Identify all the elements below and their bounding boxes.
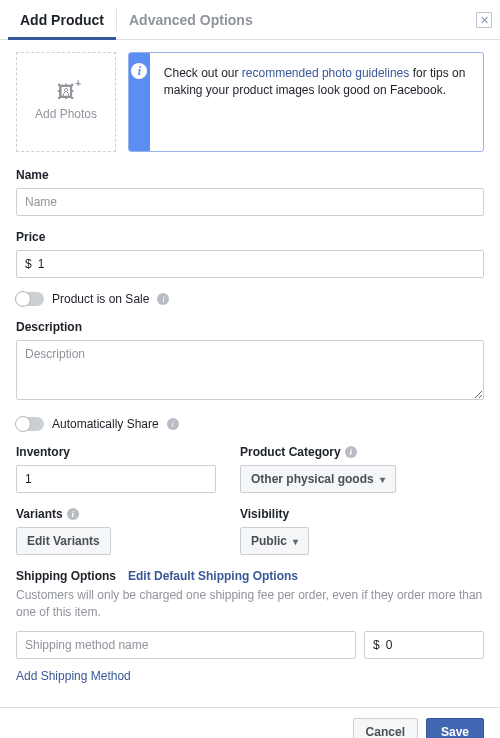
close-icon[interactable]: ✕ — [476, 12, 492, 28]
photo-guidelines-link[interactable]: recommended photo guidelines — [242, 66, 409, 80]
name-input[interactable] — [16, 188, 484, 216]
shipping-amount-wrap[interactable]: $ — [364, 631, 484, 659]
info-banner-flag: i — [129, 53, 150, 151]
auto-share-toggle[interactable] — [16, 417, 44, 431]
cancel-button[interactable]: Cancel — [353, 718, 418, 738]
label-visibility: Visibility — [240, 507, 484, 521]
inventory-input[interactable] — [16, 465, 216, 493]
add-photos-label: Add Photos — [35, 107, 97, 121]
shipping-note: Customers will only be charged one shipp… — [16, 587, 484, 621]
save-button[interactable]: Save — [426, 718, 484, 738]
label-on-sale: Product is on Sale — [52, 292, 149, 306]
description-input[interactable] — [16, 340, 484, 400]
shipping-method-input[interactable] — [16, 631, 356, 659]
label-shipping: Shipping Options — [16, 569, 116, 583]
visibility-dropdown[interactable]: Public ▾ — [240, 527, 309, 555]
category-dropdown[interactable]: Other physical goods ▾ — [240, 465, 396, 493]
image-icon: 🖼+ — [57, 83, 75, 101]
shipping-currency: $ — [365, 638, 386, 652]
info-icon: i — [131, 63, 147, 79]
label-name: Name — [16, 168, 484, 182]
label-auto-share: Automatically Share — [52, 417, 159, 431]
chevron-down-icon: ▾ — [293, 536, 298, 547]
info-icon[interactable]: i — [345, 446, 357, 458]
info-icon[interactable]: i — [157, 293, 169, 305]
info-banner-text: Check out our recommended photo guidelin… — [150, 53, 483, 151]
price-currency: $ — [17, 257, 38, 271]
label-description: Description — [16, 320, 484, 334]
edit-default-shipping-link[interactable]: Edit Default Shipping Options — [128, 569, 298, 583]
label-inventory: Inventory — [16, 445, 216, 459]
chevron-down-icon: ▾ — [380, 474, 385, 485]
edit-variants-label: Edit Variants — [27, 534, 100, 548]
label-price: Price — [16, 230, 484, 244]
visibility-value: Public — [251, 534, 287, 548]
edit-variants-button[interactable]: Edit Variants — [16, 527, 111, 555]
tab-advanced-options[interactable]: Advanced Options — [117, 0, 265, 39]
price-input-wrap[interactable]: $ — [16, 250, 484, 278]
info-banner: i Check out our recommended photo guidel… — [128, 52, 484, 152]
add-photos-button[interactable]: 🖼+ Add Photos — [16, 52, 116, 152]
info-icon[interactable]: i — [167, 418, 179, 430]
label-variants: Variants — [16, 507, 63, 521]
tab-add-product[interactable]: Add Product — [8, 0, 116, 39]
info-text-prefix: Check out our — [164, 66, 242, 80]
on-sale-toggle[interactable] — [16, 292, 44, 306]
add-shipping-method-link[interactable]: Add Shipping Method — [16, 669, 484, 683]
shipping-amount-input[interactable] — [386, 632, 483, 658]
price-input[interactable] — [38, 251, 483, 277]
info-icon[interactable]: i — [67, 508, 79, 520]
category-value: Other physical goods — [251, 472, 374, 486]
label-category: Product Category — [240, 445, 341, 459]
